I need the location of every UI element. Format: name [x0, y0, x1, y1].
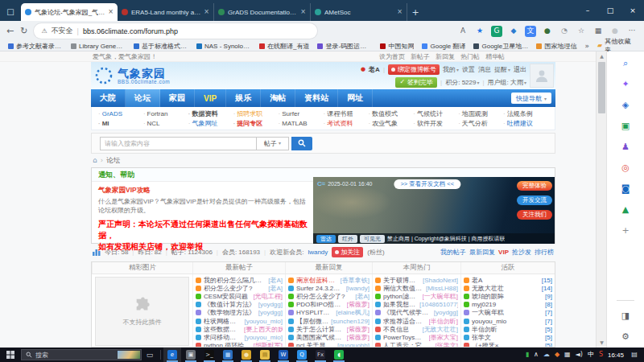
nav-item[interactable]: 论坛	[126, 89, 160, 107]
score-label[interactable]: 积分: 5229	[445, 78, 479, 87]
subnav-link[interactable]: 提问专区	[233, 119, 279, 128]
bookmark-item[interactable]: 基于标准格式的C波...	[134, 42, 188, 51]
subnav-link[interactable]: NCL	[143, 120, 188, 127]
refresh-icon[interactable]: ↻	[20, 27, 27, 35]
subnav-link[interactable]: GrADS	[98, 110, 143, 117]
back-icon[interactable]: ←	[6, 27, 14, 35]
active-user-item[interactable]: youyou_mio [7]	[464, 317, 552, 325]
sidebar-games-donut-icon[interactable]: ◎	[619, 161, 632, 174]
nav-item[interactable]: VIP	[195, 89, 226, 107]
post-list-item[interactable]: 求问移动网站 youyou_mio	[196, 333, 283, 341]
active-user-name[interactable]: myj0219	[472, 301, 543, 308]
nav-item[interactable]: 大院	[91, 89, 126, 107]
tray-onedrive-cloud-icon[interactable]: ☁	[543, 352, 550, 358]
subnav-link[interactable]: 吐槽建议	[503, 119, 548, 128]
browser-tab[interactable]: GrADS Documentation Index ×	[214, 3, 311, 21]
nav-item[interactable]: 淘帖	[261, 89, 295, 107]
post-author[interactable]: youyou_mio	[244, 334, 283, 341]
subnav-link[interactable]: 气候统计	[413, 109, 458, 118]
reply-list-item[interactable]: 美国国家气候预测中心 紫薇萝	[288, 333, 369, 341]
subnav-link[interactable]: 软件开发	[413, 119, 458, 128]
reply-list-item[interactable]: 关于怎么计算一些温相 紫薇萝	[288, 325, 369, 333]
tab-actions-icon[interactable]: □	[0, 3, 21, 21]
subnav-link[interactable]: 天气分析	[458, 119, 503, 128]
reply-author[interactable]: guoguohh	[337, 342, 369, 348]
taskbar-file-explorer-icon[interactable]: ▤	[256, 348, 274, 362]
sidebar-tree-icon[interactable]: ▲	[619, 203, 632, 216]
topstrip-link[interactable]: 新回复	[436, 52, 455, 61]
search-type-select[interactable]: 帖子▾	[257, 137, 289, 150]
usergroup-label[interactable]: 用户组: 大雨	[488, 78, 526, 87]
taskbar-fx-app-icon[interactable]: Fx	[312, 348, 329, 362]
tray-ime-icon[interactable]: 中	[588, 352, 594, 358]
account-menu-item[interactable]: 消息	[478, 65, 491, 74]
active-user-item[interactable]: 琥珀的眼眸 [9]	[464, 292, 552, 300]
bookmark-item[interactable]: Google卫星地图-谷...	[473, 42, 528, 51]
browser-tab[interactable]: 气象论坛-气象家园_气象人自己... ×	[21, 3, 118, 21]
hot-list-item[interactable]: 《现代气候学基础》 yoydgg	[375, 309, 458, 317]
tray-volume-icon[interactable]: ◄)	[576, 352, 583, 358]
start-button[interactable]	[0, 348, 21, 362]
browser-tab[interactable]: ERA5-Land monthly averaged d... ×	[118, 3, 214, 21]
taskbar-search-box[interactable]: 搜索	[21, 349, 142, 360]
reply-author[interactable]: elaine枫儿	[336, 308, 369, 317]
search-input[interactable]	[100, 137, 257, 150]
promo-button[interactable]: 开发交流	[517, 195, 552, 205]
active-user-name[interactable]: 一大碗年糕	[472, 308, 543, 317]
taskbar-word-icon[interactable]: W	[275, 348, 292, 362]
active-user-item[interactable]: 一大碗年糕 [7]	[464, 309, 552, 317]
topstrip-link[interactable]: 设为首页	[379, 52, 405, 61]
collections-icon[interactable]: ▦	[592, 26, 604, 37]
sidebar-esports-icon[interactable]: ♟	[619, 140, 632, 153]
tab-close-icon[interactable]: ×	[300, 9, 306, 15]
read-aloud-icon[interactable]: A	[457, 26, 469, 37]
stats-link[interactable]: 最新回复	[469, 248, 495, 257]
active-user-name[interactable]: （+獠牙×	[472, 341, 543, 348]
subnav-link[interactable]: 课程书籍	[324, 109, 369, 118]
bookmark-item[interactable]: Library Genesis - Li...	[71, 43, 126, 50]
sidebar-shopping-icon[interactable]: ▣	[619, 119, 632, 132]
active-user-name[interactable]: 琥珀的眼眸	[472, 292, 543, 301]
subnav-link[interactable]: Fortran	[143, 110, 188, 117]
post-author[interactable]: 要上西天的妖	[244, 325, 283, 334]
hot-list-item[interactable]: 不良信息 无敌大壮壮	[375, 325, 458, 333]
search-button[interactable]	[291, 137, 312, 150]
sidebar-add-icon[interactable]: +	[619, 224, 632, 237]
promo-button[interactable]: 完整体验	[517, 181, 552, 191]
favorite-star-icon[interactable]: ★	[474, 26, 485, 37]
subnav-link[interactable]: 气象网址	[188, 119, 233, 128]
reply-author[interactable]: 紫薇萝	[347, 333, 369, 342]
subnav-link[interactable]: 法规条例	[503, 109, 548, 118]
stats-link[interactable]: 我的帖子	[440, 248, 466, 257]
quick-nav-button[interactable]: 快捷导航	[511, 93, 551, 104]
grammarly-extension-icon[interactable]: G	[491, 26, 502, 37]
hot-list-item[interactable]: 南信大数值天气预报 MissLH88	[375, 284, 458, 292]
taskbar-blue-app-icon[interactable]: ■	[219, 348, 237, 362]
active-user-item[interactable]: 无敌大壮壮 [14]	[464, 284, 552, 292]
promo-tab[interactable]: 可见光	[360, 235, 385, 243]
sidebar-settings-gear-icon[interactable]: ⚙	[619, 330, 632, 343]
avatar[interactable]	[530, 64, 554, 88]
active-user-item[interactable]: 半信勿昕 [5]	[464, 325, 552, 333]
sidebar-copilot-sparkle-icon[interactable]: ✦	[619, 77, 632, 90]
hot-list-item[interactable]: python滤波比较 一大碗年糕	[375, 292, 458, 300]
post-author[interactable]: 胡斯默军	[254, 341, 283, 348]
stats-link[interactable]: 排行榜	[535, 248, 554, 257]
scrollbar-thumb[interactable]	[598, 62, 605, 113]
active-user-item[interactable]: myj0219 [8]	[464, 301, 552, 309]
hot-author[interactable]: 张学文	[436, 341, 458, 348]
account-menu-item[interactable]: 提醒	[494, 65, 510, 74]
post-author[interactable]: yoydgg	[258, 301, 283, 308]
bookmarks-overflow-icon[interactable]: »	[585, 43, 590, 50]
hot-list-item[interactable]: PowerToys提取 墨家大宝	[375, 333, 458, 341]
hot-author[interactable]: 一大碗年糕	[423, 292, 458, 301]
new-tab-button[interactable]: +	[407, 3, 423, 21]
account-menu-item[interactable]: 退出	[514, 65, 526, 74]
follow-button[interactable]: 加关注	[332, 247, 363, 257]
reply-author[interactable]: lwandy	[346, 285, 369, 292]
account-menu-item[interactable]: 设置	[462, 65, 475, 74]
hot-title[interactable]: 人工造云：它从根简单	[383, 341, 433, 348]
bind-weibo-button[interactable]: 绑定微博帐号	[388, 64, 440, 75]
hot-list-item[interactable]: 人工造云：它从根简单 张学文	[375, 342, 458, 348]
tray-security-icon[interactable]: ◆	[555, 352, 559, 358]
